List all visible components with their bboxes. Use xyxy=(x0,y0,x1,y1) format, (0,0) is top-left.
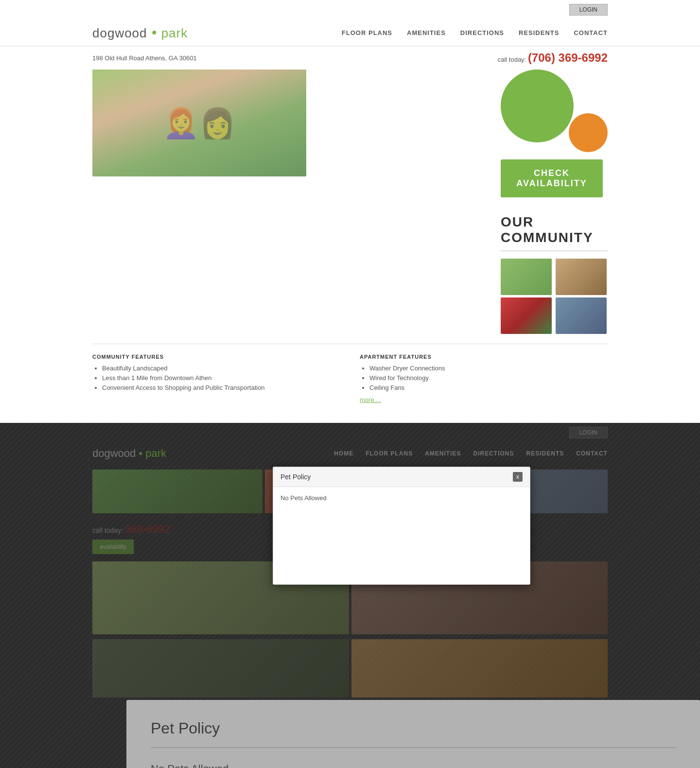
list-item: Ceiling Fans xyxy=(369,384,608,391)
modal-title: Pet Policy xyxy=(280,473,311,481)
modal-close-button[interactable]: x xyxy=(513,472,523,482)
main-content: CHECK AVAILABILITY OUR COMMUNITY xyxy=(0,70,700,334)
logo-dot: • xyxy=(147,24,158,40)
community-image-1[interactable] xyxy=(501,259,552,295)
apartment-features-heading: APARTMENT FEATURES xyxy=(360,354,608,360)
list-item: Less than 1 Mile from Downtown Athen xyxy=(102,374,340,382)
circle-green xyxy=(501,70,574,142)
circles-decoration xyxy=(501,70,608,152)
call-today-label: call today: xyxy=(498,56,526,63)
check-availability-button[interactable]: CHECK AVAILABILITY xyxy=(501,159,603,197)
modal-header: Pet Policy x xyxy=(273,467,530,487)
address-bar: 198 Old Hull Road Athens, GA 30601 call … xyxy=(0,46,700,70)
nav-floor-plans[interactable]: FLOOR PLANS xyxy=(342,29,392,36)
left-content xyxy=(92,70,486,334)
nav-directions[interactable]: DIRECTIONS xyxy=(460,29,504,36)
more-link[interactable]: more.... xyxy=(360,396,608,403)
header: dogwood • park FLOOR PLANS AMENITIES DIR… xyxy=(0,19,700,46)
logo-park: park xyxy=(161,26,188,40)
community-grid xyxy=(501,259,608,334)
login-button[interactable]: LOGIN xyxy=(569,4,608,16)
community-image-3[interactable] xyxy=(501,297,552,334)
apartment-features: APARTMENT FEATURES Washer Dryer Connecti… xyxy=(360,354,608,403)
bottom-section: LOGIN dogwood • park HOME FLOOR PLANS AM… xyxy=(0,423,700,768)
nav-amenities[interactable]: AMENITIES xyxy=(407,29,446,36)
community-image-4[interactable] xyxy=(556,297,607,334)
nav-contact[interactable]: CONTACT xyxy=(574,29,608,36)
features-section: COMMUNITY FEATURES Beautifully Landscape… xyxy=(92,344,608,403)
circle-orange xyxy=(569,113,608,152)
our-community: OUR COMMUNITY xyxy=(501,205,608,334)
our-community-heading: OUR COMMUNITY xyxy=(501,214,608,251)
right-content: CHECK AVAILABILITY OUR COMMUNITY xyxy=(501,70,608,334)
modal-body: No Pets Allowed xyxy=(273,487,530,584)
login-bar: LOGIN xyxy=(0,0,700,19)
logo: dogwood • park xyxy=(92,24,188,41)
community-features-heading: COMMUNITY FEATURES xyxy=(92,354,340,360)
top-section: LOGIN dogwood • park FLOOR PLANS AMENITI… xyxy=(0,0,700,423)
apartment-features-list: Washer Dryer Connections Wired for Techn… xyxy=(360,365,608,391)
list-item: Wired for Technology xyxy=(369,374,608,382)
community-image-2[interactable] xyxy=(556,259,607,295)
main-nav: FLOOR PLANS AMENITIES DIRECTIONS RESIDEN… xyxy=(342,29,608,36)
phone-section: call today: (706) 369-6992 xyxy=(498,51,608,65)
logo-dogwood: dogwood xyxy=(92,26,147,40)
community-features: COMMUNITY FEATURES Beautifully Landscape… xyxy=(92,354,340,403)
list-item: Beautifully Landscaped xyxy=(102,365,340,372)
list-item: Washer Dryer Connections xyxy=(369,365,608,372)
list-item: Convenient Access to Shopping and Public… xyxy=(102,384,340,391)
pet-policy-modal: Pet Policy x No Pets Allowed xyxy=(273,467,530,585)
nav-residents[interactable]: RESIDENTS xyxy=(519,29,559,36)
modal-content: No Pets Allowed xyxy=(280,494,523,502)
hero-image xyxy=(92,70,306,176)
address: 198 Old Hull Road Athens, GA 30601 xyxy=(92,54,197,62)
community-features-list: Beautifully Landscaped Less than 1 Mile … xyxy=(92,365,340,391)
phone-number: (706) 369-6992 xyxy=(528,51,608,64)
